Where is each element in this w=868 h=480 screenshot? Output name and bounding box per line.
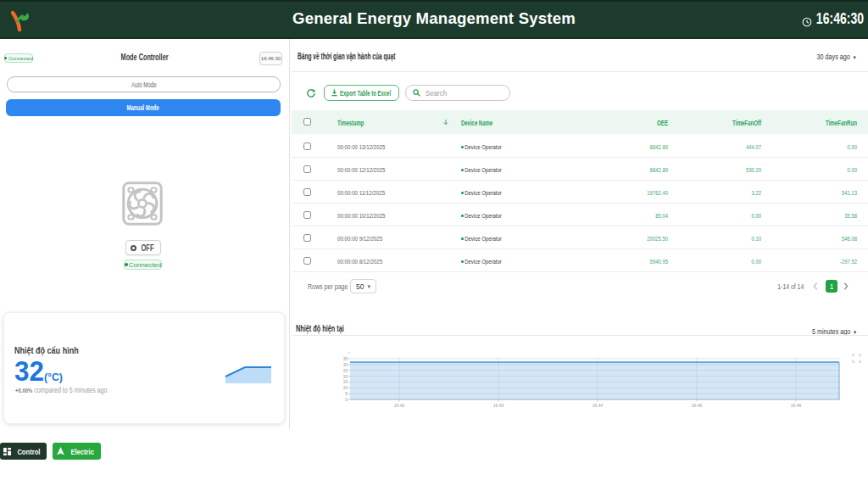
svg-text:0: 0	[345, 398, 348, 402]
svg-text:16:45: 16:45	[692, 403, 703, 408]
svg-text:35: 35	[343, 357, 348, 361]
svg-text:25: 25	[343, 369, 348, 373]
svg-text:16:46: 16:46	[791, 403, 802, 408]
svg-text:16:44: 16:44	[593, 403, 604, 408]
svg-text:16:42: 16:42	[394, 403, 405, 408]
svg-text:20: 20	[343, 375, 348, 379]
svg-text:10: 10	[343, 386, 348, 390]
svg-text:5: 5	[345, 392, 348, 396]
svg-text:16:43: 16:43	[493, 403, 504, 408]
svg-text:15: 15	[343, 380, 348, 384]
svg-text:30: 30	[343, 363, 348, 367]
